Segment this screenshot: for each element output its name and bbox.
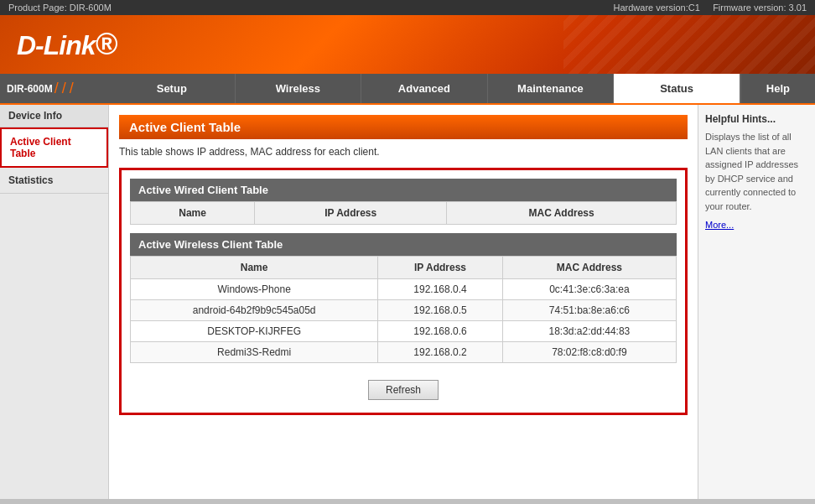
wired-table: Name IP Address MAC Address	[130, 201, 677, 225]
sidebar-item-statistics[interactable]: Statistics	[0, 168, 108, 194]
content-box: Active Wired Client Table Name IP Addres…	[119, 168, 688, 415]
wireless-col-name: Name	[131, 257, 378, 279]
wireless-col-mac: MAC Address	[502, 257, 676, 279]
table-row: Windows-Phone192.168.0.40c:41:3e:c6:3a:e…	[131, 279, 677, 300]
wired-col-mac: MAC Address	[447, 202, 677, 225]
table-row: Redmi3S-Redmi192.168.0.278:02:f8:c8:d0:f…	[131, 342, 677, 363]
sidebar-item-device-info[interactable]: Device Info	[0, 105, 108, 127]
top-bar: Product Page: DIR-600M Hardware version:…	[0, 0, 815, 15]
wired-section-title: Active Wired Client Table	[130, 179, 677, 201]
nav-tab-advanced[interactable]: Advanced	[361, 74, 488, 103]
nav-tabs: Setup Wireless Advanced Maintenance Stat…	[109, 74, 740, 103]
wired-table-wrap: Active Wired Client Table Name IP Addres…	[130, 179, 677, 225]
wireless-section-title: Active Wireless Client Table	[130, 233, 677, 256]
nav-side: DIR-600M / / /	[0, 74, 109, 103]
wireless-col-ip: IP Address	[378, 257, 503, 279]
header: D-Link®	[0, 15, 815, 74]
table-row: android-64b2f9b9c545a05d192.168.0.574:51…	[131, 300, 677, 321]
table-row: DESKTOP-KIJRFEG192.168.0.618:3d:a2:dd:44…	[131, 321, 677, 342]
section-title: Active Client Table	[119, 115, 688, 139]
wired-col-name: Name	[131, 202, 255, 225]
product-label: Product Page: DIR-600M	[8, 3, 112, 13]
help-more-link[interactable]: More...	[705, 220, 808, 230]
help-text: Displays the list of all LAN clients tha…	[705, 130, 808, 213]
nav-tab-maintenance[interactable]: Maintenance	[488, 74, 615, 103]
main-layout: Device Info Active Client Table Statisti…	[0, 105, 815, 499]
version-info: Hardware version:C1 Firmware version: 3.…	[614, 3, 807, 13]
nav-bar: DIR-600M / / / Setup Wireless Advanced M…	[0, 74, 815, 105]
wireless-table: Name IP Address MAC Address Windows-Phon…	[130, 256, 677, 363]
refresh-wrap: Refresh	[130, 372, 677, 404]
nav-help[interactable]: Help	[740, 74, 815, 103]
nav-tab-setup[interactable]: Setup	[109, 74, 236, 103]
refresh-button[interactable]: Refresh	[368, 380, 439, 400]
section-desc: This table shows IP address, MAC address…	[119, 146, 688, 158]
logo: D-Link®	[17, 27, 117, 62]
sidebar-item-active-client-table[interactable]: Active Client Table	[0, 127, 108, 168]
nav-tab-wireless[interactable]: Wireless	[236, 74, 362, 103]
wireless-table-wrap: Active Wireless Client Table Name IP Add…	[130, 233, 677, 363]
content-area: Active Client Table This table shows IP …	[109, 105, 698, 499]
router-model: DIR-600M	[7, 83, 53, 95]
sidebar: Device Info Active Client Table Statisti…	[0, 105, 109, 499]
wired-col-ip: IP Address	[255, 202, 447, 225]
help-panel: Helpful Hints... Displays the list of al…	[698, 105, 815, 499]
help-title: Helpful Hints...	[705, 113, 808, 125]
nav-tab-status[interactable]: Status	[614, 74, 740, 103]
